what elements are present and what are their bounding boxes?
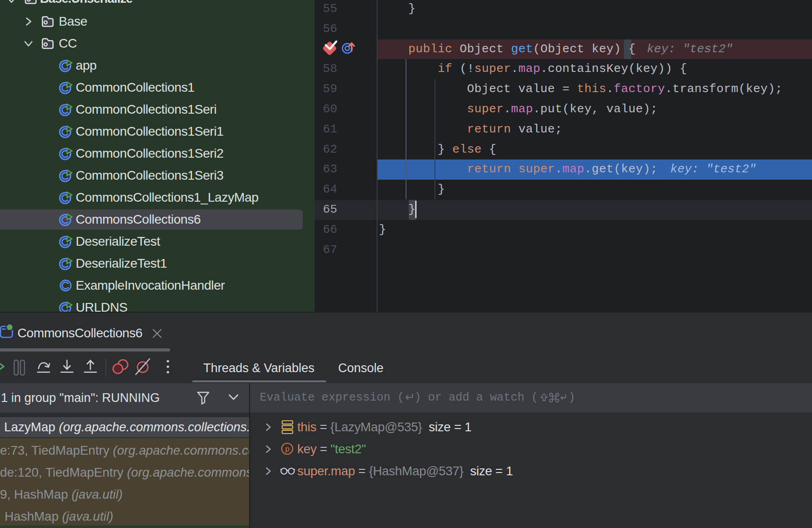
svg-text:p: p xyxy=(285,445,289,453)
